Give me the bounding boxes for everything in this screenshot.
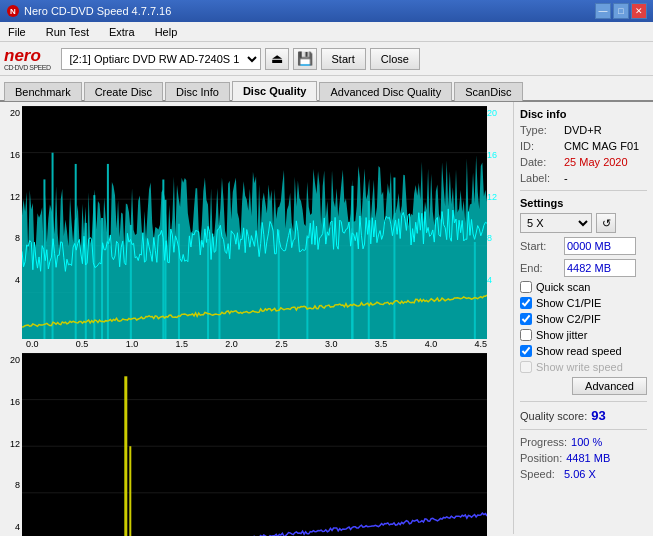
tab-create-disc[interactable]: Create Disc (84, 82, 163, 101)
minimize-button[interactable]: — (595, 3, 611, 19)
save-button[interactable]: 💾 (293, 48, 317, 70)
title-bar-text: Nero CD-DVD Speed 4.7.7.16 (24, 5, 171, 17)
show-jitter-label: Show jitter (536, 329, 587, 341)
app-icon: N (6, 4, 20, 18)
y2-16: 16 (10, 397, 20, 407)
close-button[interactable]: Close (370, 48, 420, 70)
title-bar-buttons: — □ ✕ (595, 3, 647, 19)
quality-score-label: Quality score: (520, 410, 587, 422)
show-write-speed-row: Show write speed (520, 361, 647, 373)
chart1-row: 20 16 12 8 4 0 20 16 12 8 4 0 (4, 106, 509, 339)
chart1-canvas-container (22, 106, 487, 339)
show-c2-row: Show C2/PIF (520, 313, 647, 325)
progress-row: Progress: 100 % (520, 436, 647, 448)
show-c2-checkbox[interactable] (520, 313, 532, 325)
svg-text:N: N (10, 7, 16, 16)
show-jitter-checkbox[interactable] (520, 329, 532, 341)
drive-select[interactable]: [2:1] Optiarc DVD RW AD-7240S 1.04 (61, 48, 261, 70)
chart-area: 20 16 12 8 4 0 20 16 12 8 4 0 (0, 102, 513, 534)
disc-date-row: Date: 25 May 2020 (520, 156, 647, 168)
disc-type-value: DVD+R (564, 124, 602, 136)
end-mb-row: End: (520, 259, 647, 277)
speed-row: 5 X1 X2 X4 X8 XMax ↺ (520, 213, 647, 233)
disc-type-label: Type: (520, 124, 560, 136)
y1-20: 20 (10, 108, 20, 118)
show-c2-label: Show C2/PIF (536, 313, 601, 325)
chart1-right-y-axis: 20 16 12 8 4 0 (487, 106, 509, 339)
disc-label-row: Label: - (520, 172, 647, 184)
y1-8: 8 (15, 233, 20, 243)
refresh-button[interactable]: ↺ (596, 213, 616, 233)
divider2 (520, 401, 647, 402)
show-read-speed-row: Show read speed (520, 345, 647, 357)
menu-extra[interactable]: Extra (105, 26, 139, 38)
y2-4: 4 (15, 522, 20, 532)
quick-scan-row: Quick scan (520, 281, 647, 293)
advanced-button[interactable]: Advanced (572, 377, 647, 395)
show-c1-row: Show C1/PIE (520, 297, 647, 309)
chart1-canvas (22, 106, 487, 339)
tab-disc-quality[interactable]: Disc Quality (232, 81, 318, 101)
position-row: Position: 4481 MB (520, 452, 647, 464)
disc-id-row: ID: CMC MAG F01 (520, 140, 647, 152)
tab-benchmark[interactable]: Benchmark (4, 82, 82, 101)
chart2-y-axis: 20 16 12 8 4 0 (4, 353, 22, 536)
start-mb-input[interactable] (564, 237, 636, 255)
show-write-speed-checkbox[interactable] (520, 361, 532, 373)
ry1-20: 20 (487, 108, 497, 118)
y2-20: 20 (10, 355, 20, 365)
eject-button[interactable]: ⏏ (265, 48, 289, 70)
y1-4: 4 (15, 275, 20, 285)
progress-value: 100 % (571, 436, 602, 448)
title-bar-left: N Nero CD-DVD Speed 4.7.7.16 (6, 4, 171, 18)
disc-type-row: Type: DVD+R (520, 124, 647, 136)
start-mb-row: Start: (520, 237, 647, 255)
show-write-speed-label: Show write speed (536, 361, 623, 373)
main-content: 20 16 12 8 4 0 20 16 12 8 4 0 (0, 102, 653, 534)
chart1-x-axis: 0.00.51.0 1.52.02.5 3.03.54.0 4.5 (4, 339, 509, 349)
tab-scandisc[interactable]: ScanDisc (454, 82, 522, 101)
tabs: Benchmark Create Disc Disc Info Disc Qua… (0, 76, 653, 102)
position-label: Position: (520, 452, 562, 464)
chart2-canvas (22, 353, 487, 536)
start-mb-label: Start: (520, 240, 560, 252)
disc-label-value: - (564, 172, 568, 184)
show-jitter-row: Show jitter (520, 329, 647, 341)
show-read-speed-label: Show read speed (536, 345, 622, 357)
speed-result-label: Speed: (520, 468, 560, 480)
right-panel: Disc info Type: DVD+R ID: CMC MAG F01 Da… (513, 102, 653, 534)
disc-info-title: Disc info (520, 108, 647, 120)
close-window-button[interactable]: ✕ (631, 3, 647, 19)
divider3 (520, 429, 647, 430)
menu-help[interactable]: Help (151, 26, 182, 38)
quick-scan-label: Quick scan (536, 281, 590, 293)
progress-label: Progress: (520, 436, 567, 448)
speed-result-value: 5.06 X (564, 468, 596, 480)
show-read-speed-checkbox[interactable] (520, 345, 532, 357)
menu-file[interactable]: File (4, 26, 30, 38)
start-button[interactable]: Start (321, 48, 366, 70)
ry1-16: 16 (487, 150, 497, 160)
menu-bar: File Run Test Extra Help (0, 22, 653, 42)
end-mb-label: End: (520, 262, 560, 274)
ry1-4: 4 (487, 275, 492, 285)
maximize-button[interactable]: □ (613, 3, 629, 19)
y1-16: 16 (10, 150, 20, 160)
quick-scan-checkbox[interactable] (520, 281, 532, 293)
disc-date-label: Date: (520, 156, 560, 168)
end-mb-input[interactable] (564, 259, 636, 277)
chart2-canvas-container (22, 353, 487, 536)
chart2-right-spacer (487, 353, 509, 536)
settings-title: Settings (520, 197, 647, 209)
show-c1-checkbox[interactable] (520, 297, 532, 309)
title-bar: N Nero CD-DVD Speed 4.7.7.16 — □ ✕ (0, 0, 653, 22)
tab-advanced-disc-quality[interactable]: Advanced Disc Quality (319, 82, 452, 101)
chart2-row: 20 16 12 8 4 0 (4, 353, 509, 536)
menu-runtest[interactable]: Run Test (42, 26, 93, 38)
divider1 (520, 190, 647, 191)
tab-disc-info[interactable]: Disc Info (165, 82, 230, 101)
speed-select[interactable]: 5 X1 X2 X4 X8 XMax (520, 213, 592, 233)
chart1-wrapper: 20 16 12 8 4 0 20 16 12 8 4 0 (4, 106, 509, 349)
disc-id-label: ID: (520, 140, 560, 152)
ry1-12: 12 (487, 192, 497, 202)
